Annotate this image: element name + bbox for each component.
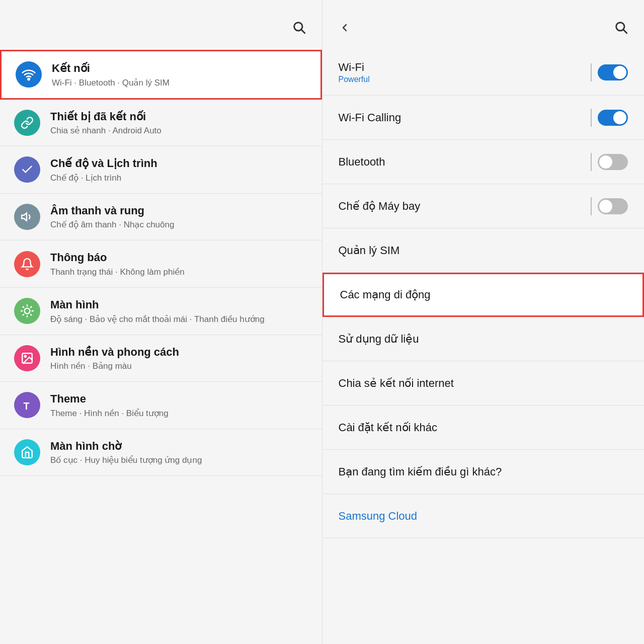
item-text-am-thanh: Âm thanh và rung Chế độ âm thanh · Nhạc …	[50, 204, 308, 230]
right-item-search-prompt[interactable]: Bạn đang tìm kiếm điều gì khác?	[323, 450, 645, 494]
right-header-title-group	[339, 21, 357, 37]
settings-item-theme[interactable]: T Theme Theme · Hình nền · Biểu tượng	[0, 382, 322, 429]
item-subtitle-theme: Theme · Hình nền · Biểu tượng	[50, 408, 308, 419]
toggle-group-wifi	[591, 63, 628, 82]
item-title-am-thanh: Âm thanh và rung	[50, 204, 308, 218]
icon-thong-bao	[14, 251, 40, 277]
toggle-group-airplane	[591, 197, 628, 215]
right-item-left-bluetooth: Bluetooth	[339, 155, 385, 169]
item-title-man-hinh-cho: Màn hình chờ	[50, 439, 308, 454]
right-item-title-wifi-calling: Wi-Fi Calling	[339, 111, 401, 124]
settings-list-right: Wi-Fi Powerful Wi-Fi Calling	[323, 50, 645, 644]
settings-item-thiet-bi[interactable]: Thiết bị đã kết nối Chia sẻ nhanh · Andr…	[0, 100, 322, 147]
toggle-bluetooth[interactable]	[598, 154, 628, 170]
divider-wifi-calling	[591, 109, 592, 127]
right-item-title-sim: Quản lý SIM	[339, 244, 400, 257]
item-title-thong-bao: Thông báo	[50, 251, 308, 265]
item-subtitle-am-thanh: Chế độ âm thanh · Nhạc chuông	[50, 219, 308, 230]
right-item-title-hotspot: Chia sẻ kết nối internet	[339, 377, 454, 390]
toggle-wifi-calling[interactable]	[598, 110, 628, 126]
icon-che-do	[14, 156, 40, 183]
right-item-title-bluetooth: Bluetooth	[339, 155, 385, 169]
right-item-title-samsung-cloud: Samsung Cloud	[339, 510, 418, 523]
item-text-man-hinh-cho: Màn hình chờ Bố cục · Huy hiệu biểu tượn…	[50, 439, 308, 466]
right-item-title-other-settings: Cài đặt kết nối khác	[339, 421, 438, 434]
right-header	[323, 0, 645, 50]
item-subtitle-man-hinh-cho: Bố cục · Huy hiệu biểu tượng ứng dụng	[50, 455, 308, 465]
right-item-title-mobile-networks: Các mạng di động	[340, 288, 431, 301]
item-subtitle-hinh-nen: Hình nền · Bảng màu	[50, 361, 308, 371]
right-item-title-data-usage: Sử dụng dữ liệu	[339, 333, 419, 346]
right-item-sim[interactable]: Quản lý SIM	[323, 228, 645, 273]
icon-man-hinh-cho	[14, 439, 40, 465]
item-text-man-hinh: Màn hình Độ sáng · Bảo vệ cho mắt thoải …	[50, 298, 308, 325]
item-text-hinh-nen: Hình nền và phong cách Hình nền · Bảng m…	[50, 345, 308, 372]
toggle-group-bluetooth	[591, 153, 628, 171]
divider-bluetooth	[591, 153, 592, 171]
icon-thiet-bi	[14, 110, 40, 136]
right-item-other-settings[interactable]: Cài đặt kết nối khác	[323, 406, 645, 450]
svg-text:T: T	[23, 400, 29, 412]
item-title-ket-noi: Kết nối	[52, 61, 306, 76]
right-item-title-search-prompt: Bạn đang tìm kiếm điều gì khác?	[339, 465, 502, 478]
right-item-data-usage[interactable]: Sử dụng dữ liệu	[323, 317, 645, 361]
right-item-left-search-prompt: Bạn đang tìm kiếm điều gì khác?	[339, 465, 502, 478]
settings-item-thong-bao[interactable]: Thông báo Thanh trạng thái · Không làm p…	[0, 240, 322, 288]
left-search-button[interactable]	[292, 20, 306, 38]
settings-item-am-thanh[interactable]: Âm thanh và rung Chế độ âm thanh · Nhạc …	[0, 194, 322, 241]
item-title-man-hinh: Màn hình	[50, 298, 308, 312]
toggle-group-wifi-calling	[591, 109, 628, 127]
left-header	[0, 0, 322, 50]
item-subtitle-ket-noi: Wi-Fi · Bluetooth · Quản lý SIM	[52, 77, 306, 88]
settings-item-man-hinh[interactable]: Màn hình Độ sáng · Bảo vệ cho mắt thoải …	[0, 288, 322, 335]
item-subtitle-che-do: Chế độ · Lịch trình	[50, 173, 308, 183]
toggle-airplane[interactable]	[598, 198, 628, 214]
right-item-bluetooth[interactable]: Bluetooth	[323, 140, 645, 184]
right-item-subtitle-wifi: Powerful	[339, 75, 370, 84]
item-title-theme: Theme	[50, 392, 308, 407]
item-text-theme: Theme Theme · Hình nền · Biểu tượng	[50, 392, 308, 419]
right-item-left-wifi-calling: Wi-Fi Calling	[339, 111, 401, 124]
item-text-thong-bao: Thông báo Thanh trạng thái · Không làm p…	[50, 251, 308, 277]
toggle-wifi[interactable]	[598, 64, 628, 80]
icon-theme: T	[14, 392, 40, 418]
settings-item-che-do[interactable]: Chế độ và Lịch trình Chế độ · Lịch trình	[0, 146, 322, 194]
right-item-samsung-cloud[interactable]: Samsung Cloud	[323, 494, 645, 538]
right-search-button[interactable]	[614, 20, 628, 38]
toggle-knob-wifi-calling	[613, 111, 626, 124]
right-item-mobile-networks[interactable]: Các mạng di động	[323, 273, 645, 317]
back-button[interactable]	[339, 21, 351, 37]
toggle-knob-airplane	[599, 200, 612, 213]
item-text-thiet-bi: Thiết bị đã kết nối Chia sẻ nhanh · Andr…	[50, 110, 308, 136]
right-item-title-airplane: Chế độ Máy bay	[339, 200, 421, 213]
svg-line-11	[23, 314, 24, 315]
svg-line-17	[623, 30, 626, 33]
right-item-left-wifi: Wi-Fi Powerful	[339, 61, 370, 84]
settings-item-ket-noi[interactable]: Kết nối Wi-Fi · Bluetooth · Quản lý SIM	[0, 50, 322, 100]
item-text-che-do: Chế độ và Lịch trình Chế độ · Lịch trình	[50, 156, 308, 183]
item-subtitle-thiet-bi: Chia sẻ nhanh · Android Auto	[50, 125, 308, 136]
svg-point-2	[28, 78, 30, 80]
toggle-knob-wifi	[613, 66, 626, 79]
svg-line-12	[31, 307, 32, 308]
item-subtitle-man-hinh: Độ sáng · Bảo vệ cho mắt thoải mái · Tha…	[50, 314, 308, 325]
svg-line-1	[301, 30, 304, 33]
svg-marker-3	[22, 213, 27, 220]
right-item-wifi[interactable]: Wi-Fi Powerful	[323, 50, 645, 96]
divider-airplane	[591, 197, 592, 215]
right-item-wifi-calling[interactable]: Wi-Fi Calling	[323, 96, 645, 140]
right-item-left-data-usage: Sử dụng dữ liệu	[339, 333, 419, 346]
settings-item-hinh-nen[interactable]: Hình nền và phong cách Hình nền · Bảng m…	[0, 335, 322, 382]
right-item-left-hotspot: Chia sẻ kết nối internet	[339, 377, 454, 390]
right-item-hotspot[interactable]: Chia sẻ kết nối internet	[323, 361, 645, 406]
toggle-knob-bluetooth	[599, 155, 612, 169]
right-item-left-mobile-networks: Các mạng di động	[340, 288, 431, 301]
settings-item-man-hinh-cho[interactable]: Màn hình chờ Bố cục · Huy hiệu biểu tượn…	[0, 429, 322, 476]
right-item-left-airplane: Chế độ Máy bay	[339, 200, 421, 213]
right-item-left-samsung-cloud: Samsung Cloud	[339, 510, 418, 523]
settings-panel-right: Wi-Fi Powerful Wi-Fi Calling	[323, 0, 645, 644]
right-item-left-sim: Quản lý SIM	[339, 244, 400, 257]
icon-hinh-nen	[14, 345, 40, 371]
svg-line-8	[31, 314, 32, 315]
right-item-airplane[interactable]: Chế độ Máy bay	[323, 184, 645, 228]
